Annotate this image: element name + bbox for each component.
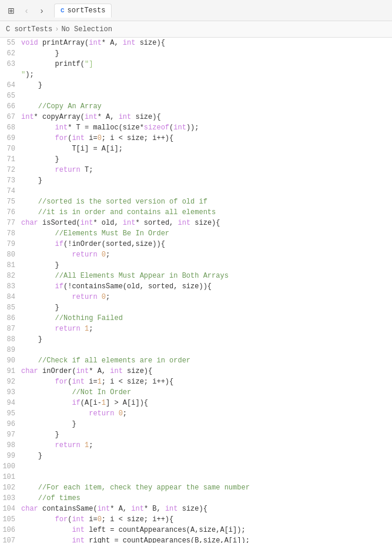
line-content[interactable]: void printArray(int* A, int size){ [21, 38, 392, 48]
line-content[interactable]: char inOrder(int* A, int size){ [21, 366, 392, 377]
back-button[interactable]: ‹ [20, 4, 33, 17]
line-number: 70 [0, 144, 21, 154]
code-editor[interactable]: 55void printArray(int* A, int size){62 }… [0, 38, 392, 543]
comment-token: //of times [21, 494, 81, 502]
var-token: left = countAppearances(A,size,A[i]); [85, 526, 246, 534]
line-content[interactable]: //Nothing Failed [21, 313, 392, 324]
breadcrumb-item-2: No Selection [61, 25, 112, 34]
breadcrumb-item-1[interactable]: C sortTests [6, 25, 52, 34]
back-icon: ‹ [25, 6, 28, 15]
line-content[interactable]: //Elements Must Be In Order [21, 228, 392, 239]
line-content[interactable]: //Check if all elements are in order [21, 355, 392, 366]
line-content[interactable]: //sorted is the sorted version of old if [21, 196, 392, 207]
line-content[interactable]: } [21, 80, 392, 91]
var-token [98, 251, 102, 259]
kw-token: int [72, 537, 85, 543]
line-content[interactable]: if(!containsSame(old, sorted, size)){ [21, 281, 392, 292]
var-token [21, 537, 72, 543]
var-token: isSorted( [38, 219, 81, 227]
var-token: ; i < size; i++){ [102, 515, 173, 524]
line-content[interactable]: char containsSame(int* A, int* B, int si… [21, 504, 392, 514]
var-token: ; i < size; i++){ [102, 378, 173, 386]
var-token: size){ [131, 113, 160, 121]
line-content[interactable]: } [21, 48, 392, 59]
line-content[interactable]: int* copyArray(int* A, int size){ [21, 112, 392, 122]
line-content[interactable]: //All Elements Must Appear in Both Array… [21, 271, 392, 281]
table-row: 91char inOrder(int* A, int size){ [0, 366, 392, 377]
forward-button[interactable]: › [35, 4, 48, 17]
line-content[interactable]: int* T = malloc(size*sizeof(int)); [21, 122, 392, 133]
line-content[interactable]: T[i] = A[i]; [21, 144, 392, 154]
table-row: 83 if(!containsSame(old, sorted, size)){ [0, 281, 392, 292]
line-content[interactable]: } [21, 419, 392, 429]
table-row: 70 T[i] = A[i]; [0, 144, 392, 154]
kw-token: int [110, 367, 123, 375]
comment-token: //Elements Must Be In Order [21, 229, 169, 238]
table-row: 103 //of times [0, 493, 392, 504]
line-number: 68 [0, 122, 21, 133]
table-row: 55void printArray(int* A, int size){ [0, 38, 392, 48]
table-row: 66 //Copy An Array [0, 101, 392, 112]
line-content[interactable] [21, 461, 392, 472]
var-token [21, 441, 55, 449]
line-number: 104 [0, 504, 21, 514]
kw-token: int [165, 505, 178, 513]
line-content[interactable]: } [21, 451, 392, 461]
table-row: 105 for(int i=0; i < size; i++){ [0, 514, 392, 525]
line-content[interactable]: if(!inOrder(sorted,size)){ [21, 239, 392, 249]
line-content[interactable]: } [21, 154, 392, 165]
line-content[interactable]: int right = countAppearances(B,size,A[i]… [21, 535, 392, 543]
var-token: * old, [93, 219, 122, 227]
var-token: * A, [98, 113, 119, 121]
line-content[interactable]: for(int i=0; i < size; i++){ [21, 514, 392, 525]
line-content[interactable]: } [21, 175, 392, 186]
line-content[interactable]: return 1; [21, 440, 392, 451]
line-content[interactable]: } [21, 334, 392, 345]
tab-filename: sortTests [68, 6, 106, 15]
table-row: 87 return 1; [0, 324, 392, 334]
num-token: 1 [102, 399, 106, 407]
table-row: 104char containsSame(int* A, int* B, int… [0, 504, 392, 514]
top-bar: ⊞ ‹ › C sortTests [0, 0, 392, 21]
grid-icon-button[interactable]: ⊞ [5, 4, 18, 17]
line-content[interactable]: for(int i=1; i < size; i++){ [21, 377, 392, 387]
line-content[interactable]: } [21, 302, 392, 313]
var-token: ; i < size; i++){ [102, 134, 173, 142]
var-token: (A[i- [81, 399, 102, 407]
table-row: 68 int* T = malloc(size*sizeof(int)); [0, 122, 392, 133]
file-tab[interactable]: C sortTests [54, 4, 112, 18]
var-token: ] > A[i]){ [106, 399, 148, 407]
table-row: 64 } [0, 80, 392, 91]
line-number: 89 [0, 345, 21, 355]
line-content[interactable]: if(A[i-1] > A[i]){ [21, 398, 392, 408]
line-content[interactable]: //it is in order and contains all elemen… [21, 207, 392, 218]
line-content[interactable]: } [21, 429, 392, 440]
table-row: 85 } [0, 302, 392, 313]
line-content[interactable]: //Copy An Array [21, 101, 392, 112]
line-content[interactable]: char isSorted(int* old, int* sorted, int… [21, 218, 392, 228]
line-content[interactable]: return T; [21, 165, 392, 175]
var-token: size){ [135, 39, 165, 47]
line-content[interactable]: } [21, 260, 392, 271]
tab-language-indicator: C [61, 7, 65, 14]
line-content[interactable]: return 0; [21, 292, 392, 302]
line-content[interactable]: //of times [21, 493, 392, 504]
line-content[interactable]: //Not In Order [21, 387, 392, 398]
line-content[interactable] [21, 186, 392, 196]
line-content[interactable]: for(int i=0; i < size; i++){ [21, 133, 392, 144]
line-content[interactable] [21, 472, 392, 482]
line-content[interactable]: printf("] "); [21, 59, 392, 80]
line-content[interactable]: return 0; [21, 408, 392, 419]
line-content[interactable]: return 1; [21, 324, 392, 334]
line-content[interactable]: int left = countAppearances(A,size,A[i])… [21, 525, 392, 535]
var-token: * A, [102, 39, 123, 47]
kw-token: int [89, 39, 102, 47]
line-number: 101 [0, 472, 21, 482]
line-content[interactable]: return 0; [21, 249, 392, 260]
line-content[interactable]: //For each item, check they appear the s… [21, 482, 392, 493]
var-token [21, 378, 55, 386]
line-content[interactable] [21, 345, 392, 355]
var-token: size){ [190, 219, 220, 227]
line-content[interactable] [21, 91, 392, 101]
var-token: * copyArray( [34, 113, 85, 121]
